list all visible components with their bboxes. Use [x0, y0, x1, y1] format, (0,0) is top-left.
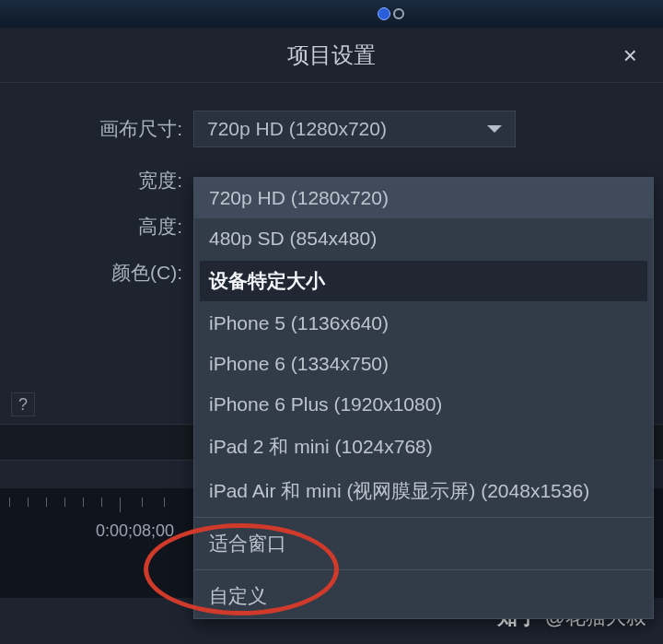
- canvas-size-value: 720p HD (1280x720): [207, 118, 487, 140]
- canvas-size-label: 画布尺寸:: [0, 116, 193, 142]
- dropdown-option-480p[interactable]: 480p SD (854x480): [194, 218, 653, 259]
- height-label: 高度:: [0, 214, 193, 240]
- divider: [194, 517, 653, 518]
- dropdown-option-custom[interactable]: 自定义: [194, 574, 653, 618]
- dialog-title: 项目设置: [287, 41, 376, 70]
- dropdown-option-fit-window[interactable]: 适合窗口: [194, 521, 653, 566]
- app-chrome-top: [0, 0, 663, 28]
- dropdown-group-devices: 设备特定大小: [200, 261, 647, 301]
- dropdown-option-ipad2mini[interactable]: iPad 2 和 mini (1024x768): [194, 425, 653, 469]
- close-button[interactable]: ×: [623, 43, 637, 67]
- dropdown-option-iphone6[interactable]: iPhone 6 (1334x750): [194, 344, 653, 384]
- dropdown-option-ipadair[interactable]: iPad Air 和 mini (视网膜显示屏) (2048x1536): [194, 469, 653, 513]
- color-label: 颜色(C):: [0, 260, 193, 286]
- chevron-down-icon: [487, 125, 502, 133]
- keyframe-ring-icon: [393, 8, 404, 19]
- dropdown-option-iphone5[interactable]: iPhone 5 (1136x640): [194, 303, 653, 344]
- timeline-timestamp: 0:00;08;00: [96, 521, 174, 541]
- canvas-size-dropdown: 720p HD (1280x720) 480p SD (854x480) 设备特…: [193, 177, 654, 619]
- close-icon: ×: [623, 41, 637, 69]
- canvas-size-select[interactable]: 720p HD (1280x720): [193, 111, 516, 147]
- dropdown-option-iphone6plus[interactable]: iPhone 6 Plus (1920x1080): [194, 384, 653, 425]
- width-label: 宽度:: [0, 168, 193, 193]
- help-icon: ?: [18, 395, 28, 415]
- keyframe-dot-icon: [378, 7, 390, 20]
- keyframe-indicator: [378, 7, 404, 20]
- project-settings-dialog: 项目设置 × 画布尺寸: 720p HD (1280x720) 宽度: 高度: …: [0, 28, 663, 644]
- dropdown-option-720p[interactable]: 720p HD (1280x720): [194, 178, 653, 218]
- canvas-size-row: 画布尺寸: 720p HD (1280x720): [0, 111, 663, 147]
- divider: [194, 569, 653, 570]
- help-button[interactable]: ?: [11, 392, 35, 416]
- dialog-header: 项目设置 ×: [0, 28, 663, 83]
